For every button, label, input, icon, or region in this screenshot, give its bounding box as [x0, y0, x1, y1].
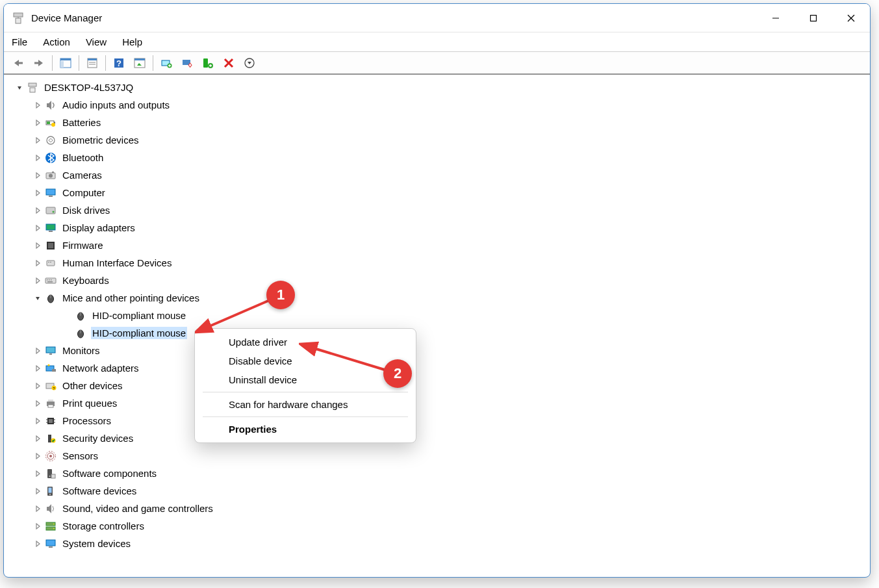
chevron-right-icon[interactable] [32, 539, 43, 549]
tree-node-child-0[interactable]: HID-compliant mouse [9, 307, 869, 324]
minimize-button[interactable] [757, 4, 795, 32]
tree-node-display-adapters[interactable]: Display adapters [9, 219, 869, 236]
tree-node-human-interface-devices[interactable]: Human Interface Devices [9, 254, 869, 272]
chevron-right-icon[interactable] [32, 468, 43, 479]
processor-icon [44, 415, 57, 428]
tree-node-computer[interactable]: Computer [9, 184, 869, 201]
tree-node-print-queues[interactable]: Print queues [9, 394, 869, 412]
svg-rect-41 [46, 224, 55, 230]
chevron-right-icon[interactable] [32, 275, 43, 286]
chevron-right-icon[interactable] [32, 135, 43, 146]
ctx-scan-hardware[interactable]: Scan for hardware changes [195, 395, 416, 414]
window-buttons [757, 4, 870, 32]
forward-button[interactable] [30, 55, 48, 71]
uninstall-button[interactable] [220, 55, 238, 71]
chevron-right-icon[interactable] [32, 258, 43, 268]
tree-node-monitors[interactable]: Monitors [9, 342, 869, 359]
chevron-right-icon[interactable] [32, 398, 43, 409]
scan-hardware-button[interactable] [240, 55, 259, 71]
tree-node-sensors[interactable]: Sensors [9, 447, 869, 465]
chevron-right-icon[interactable] [32, 433, 43, 444]
tree-node-firmware[interactable]: Firmware [9, 236, 869, 254]
maximize-button[interactable] [795, 4, 832, 32]
menu-file[interactable]: File [12, 36, 27, 47]
show-hide-console-button[interactable] [57, 55, 75, 71]
chevron-right-icon[interactable] [32, 118, 43, 128]
chevron-right-icon[interactable] [32, 451, 43, 461]
toolbar-separator [153, 55, 153, 71]
tree-node-root[interactable]: DESKTOP-4L537JQ [9, 79, 869, 96]
close-button[interactable] [832, 4, 870, 32]
softcomp-icon [44, 467, 57, 480]
scan-button[interactable] [131, 55, 149, 71]
tree-node-biometric-devices[interactable]: Biometric devices [9, 131, 869, 149]
device-tree[interactable]: DESKTOP-4L537JQAudio inputs and outputsB… [5, 76, 869, 576]
mouse-icon [44, 292, 57, 305]
device-manager-window: Device Manager File Action View Help ? D… [3, 3, 871, 578]
tree-node-child-1[interactable]: HID-compliant mouse [9, 324, 869, 342]
tree-node-mice-and-other-pointing-devices[interactable]: Mice and other pointing devices [9, 289, 869, 307]
chevron-right-icon[interactable] [32, 521, 43, 531]
chevron-down-icon[interactable] [14, 83, 25, 93]
chevron-right-icon[interactable] [32, 240, 43, 251]
chevron-right-icon[interactable] [32, 223, 43, 233]
svg-rect-44 [48, 243, 53, 248]
tree-node-processors[interactable]: Processors [9, 412, 869, 429]
tree-node-other-devices[interactable]: ?Other devices [9, 377, 869, 394]
ctx-disable-device[interactable]: Disable device [195, 352, 416, 370]
tree-node-software-components[interactable]: Software components [9, 465, 869, 482]
tree-node-batteries[interactable]: Batteries [9, 114, 869, 131]
toolbar-separator [52, 55, 53, 71]
svg-rect-8 [34, 62, 39, 64]
tree-node-audio-inputs-and-outputs[interactable]: Audio inputs and outputs [9, 96, 869, 114]
chevron-right-icon[interactable] [32, 170, 43, 181]
menu-action[interactable]: Action [43, 36, 70, 47]
tree-node-label: Processors [62, 415, 111, 426]
svg-rect-68 [48, 400, 53, 402]
tree-node-system-devices[interactable]: System devices [9, 535, 869, 552]
chevron-right-icon[interactable] [32, 416, 43, 426]
callout-2: 2 [383, 359, 412, 388]
back-button[interactable] [9, 55, 27, 71]
disable-button[interactable] [178, 55, 196, 71]
ctx-update-driver[interactable]: Update driver [195, 333, 416, 352]
chevron-right-icon[interactable] [32, 205, 43, 216]
chevron-right-icon[interactable] [32, 381, 43, 391]
update-driver-button[interactable] [157, 55, 175, 71]
tree-node-bluetooth[interactable]: Bluetooth [9, 149, 869, 166]
chevron-right-icon[interactable] [32, 504, 43, 514]
menu-view[interactable]: View [86, 36, 107, 47]
toolbar-separator [105, 55, 106, 71]
enable-button[interactable] [199, 55, 217, 71]
ctx-uninstall-device[interactable]: Uninstall device [195, 370, 416, 389]
chevron-right-icon[interactable] [32, 100, 43, 110]
ctx-properties[interactable]: Properties [195, 420, 416, 439]
menu-help[interactable]: Help [122, 36, 142, 47]
chevron-down-icon[interactable] [32, 293, 43, 303]
chevron-right-icon[interactable] [32, 346, 43, 356]
properties-button[interactable] [83, 55, 101, 71]
chevron-placeholder [62, 328, 73, 339]
help-button[interactable]: ? [110, 55, 128, 71]
tree-node-software-devices[interactable]: Software devices [9, 482, 869, 500]
tree-node-network-adapters[interactable]: Network adapters [9, 359, 869, 377]
tree-node-sound-video-and-game-controllers[interactable]: Sound, video and game controllers [9, 500, 869, 517]
svg-rect-91 [46, 540, 55, 546]
svg-rect-69 [48, 405, 53, 407]
tree-node-keyboards[interactable]: Keyboards [9, 272, 869, 289]
chevron-right-icon[interactable] [32, 153, 43, 163]
chevron-right-icon[interactable] [32, 363, 43, 374]
camera-icon [44, 169, 57, 182]
network-icon [44, 362, 57, 375]
tree-node-label: Biometric devices [62, 134, 139, 146]
sensor-icon [44, 450, 57, 463]
svg-rect-23 [203, 58, 208, 68]
tree-node-label: Security devices [62, 433, 133, 444]
tree-node-security-devices[interactable]: Security devices [9, 429, 869, 447]
chevron-right-icon[interactable] [32, 486, 43, 496]
svg-rect-36 [52, 172, 54, 173]
chevron-right-icon[interactable] [32, 188, 43, 198]
tree-node-storage-controllers[interactable]: Storage controllers [9, 517, 869, 535]
tree-node-cameras[interactable]: Cameras [9, 166, 869, 184]
tree-node-disk-drives[interactable]: Disk drives [9, 201, 869, 219]
